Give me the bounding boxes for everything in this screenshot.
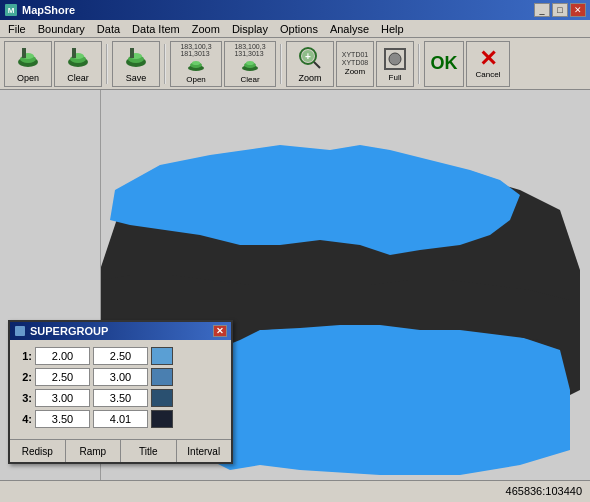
menu-analyse[interactable]: Analyse — [324, 20, 375, 38]
dialog-close-button[interactable]: ✕ — [213, 325, 227, 337]
menu-data[interactable]: Data — [91, 20, 126, 38]
maximize-button[interactable]: □ — [552, 3, 568, 17]
row4-label: 4: — [14, 413, 32, 425]
app-icon: M — [4, 3, 18, 17]
dataitem-open-coords: 183,100,3181,3013 — [180, 43, 211, 57]
svg-point-19 — [246, 61, 254, 65]
minimize-button[interactable]: _ — [534, 3, 550, 17]
cancel-x-icon: ✕ — [479, 48, 497, 70]
separator-4 — [418, 44, 420, 84]
menu-help[interactable]: Help — [375, 20, 410, 38]
zoom2-coords: XYTD01XYTD08 — [342, 51, 368, 66]
row2-label: 2: — [14, 371, 32, 383]
close-button[interactable]: ✕ — [570, 3, 586, 17]
separator-2 — [164, 44, 166, 84]
zoom2-label: Zoom — [345, 67, 365, 76]
separator-3 — [280, 44, 282, 84]
svg-text:M: M — [8, 6, 15, 15]
row3-val1[interactable] — [35, 389, 90, 407]
supergroup-dialog: SUPERGROUP ✕ 1: 2: 3: — [8, 320, 233, 464]
svg-text:+: + — [305, 51, 311, 62]
dialog-body: 1: 2: 3: 4: — [10, 340, 231, 435]
dialog-row-4: 4: — [14, 410, 227, 428]
status-bar: 465836:103440 — [0, 480, 590, 500]
ok-label: OK — [431, 53, 458, 74]
menu-dataitem[interactable]: Data Item — [126, 20, 186, 38]
dialog-row-2: 2: — [14, 368, 227, 386]
zoom-full-label: Full — [389, 73, 402, 82]
row4-color[interactable] — [151, 410, 173, 428]
dataitem-clear-coords: 183,100,3131,3013 — [234, 43, 265, 57]
row1-color[interactable] — [151, 347, 173, 365]
cancel-label: Cancel — [476, 70, 501, 79]
dialog-row-1: 1: — [14, 347, 227, 365]
boundary-clear-icon — [64, 44, 92, 72]
dataitem-open-button[interactable]: 183,100,3181,3013 Open — [170, 41, 222, 87]
dataitem-clear-icon-small — [240, 58, 260, 74]
svg-rect-5 — [22, 48, 26, 58]
map-area[interactable]: SUPERGROUP ✕ 1: 2: 3: — [0, 90, 590, 480]
row3-val2[interactable] — [93, 389, 148, 407]
zoom-full-icon — [381, 45, 409, 73]
dialog-title-text: SUPERGROUP — [30, 325, 108, 337]
menu-boundary[interactable]: Boundary — [32, 20, 91, 38]
save-button[interactable]: Save — [112, 41, 160, 87]
dataitem-open-icon-small — [186, 58, 206, 74]
svg-point-16 — [192, 61, 200, 65]
ok-button[interactable]: OK — [424, 41, 464, 87]
svg-rect-31 — [15, 326, 25, 336]
row2-color[interactable] — [151, 368, 173, 386]
row3-label: 3: — [14, 392, 32, 404]
save-icon — [122, 44, 150, 72]
boundary-open-icon — [14, 44, 42, 72]
interval-button[interactable]: Interval — [177, 440, 232, 462]
row3-color[interactable] — [151, 389, 173, 407]
zoom-button[interactable]: + Zoom — [286, 41, 334, 87]
menu-file[interactable]: File — [2, 20, 32, 38]
row1-label: 1: — [14, 350, 32, 362]
svg-rect-13 — [130, 48, 134, 58]
menu-options[interactable]: Options — [274, 20, 324, 38]
zoom-label: Zoom — [298, 73, 321, 83]
svg-line-22 — [314, 62, 320, 68]
menu-zoom[interactable]: Zoom — [186, 20, 226, 38]
boundary-open-button[interactable]: Open — [4, 41, 52, 87]
dialog-row-3: 3: — [14, 389, 227, 407]
row4-val1[interactable] — [35, 410, 90, 428]
separator-1 — [106, 44, 108, 84]
save-label: Save — [126, 73, 147, 83]
dataitem-open-label: Open — [186, 75, 206, 84]
dialog-icon — [14, 325, 26, 337]
title-bar: M MapShore _ □ ✕ — [0, 0, 590, 20]
dialog-footer: Redisp Ramp Title Interval — [10, 439, 231, 462]
row1-val1[interactable] — [35, 347, 90, 365]
row1-val2[interactable] — [93, 347, 148, 365]
row2-val2[interactable] — [93, 368, 148, 386]
boundary-clear-label: Clear — [67, 73, 89, 83]
zoom2-button[interactable]: XYTD01XYTD08 Zoom — [336, 41, 374, 87]
dialog-title-bar[interactable]: SUPERGROUP ✕ — [10, 322, 231, 340]
toolbar: Open Clear Save 183,100,3181,30 — [0, 38, 590, 90]
row4-val2[interactable] — [93, 410, 148, 428]
zoom-full-button[interactable]: Full — [376, 41, 414, 87]
svg-point-25 — [389, 53, 401, 65]
cancel-button[interactable]: ✕ Cancel — [466, 41, 510, 87]
dataitem-clear-button[interactable]: 183,100,3131,3013 Clear — [224, 41, 276, 87]
ramp-button[interactable]: Ramp — [66, 440, 122, 462]
menu-display[interactable]: Display — [226, 20, 274, 38]
row2-val1[interactable] — [35, 368, 90, 386]
title-button[interactable]: Title — [121, 440, 177, 462]
dataitem-clear-label: Clear — [240, 75, 259, 84]
app-title: MapShore — [22, 4, 75, 16]
coordinates: 465836:103440 — [506, 485, 582, 497]
menu-bar: File Boundary Data Data Item Zoom Displa… — [0, 20, 590, 38]
svg-rect-9 — [72, 48, 76, 58]
zoom-icon: + — [296, 44, 324, 72]
boundary-open-label: Open — [17, 73, 39, 83]
redisp-button[interactable]: Redisp — [10, 440, 66, 462]
boundary-clear-button[interactable]: Clear — [54, 41, 102, 87]
